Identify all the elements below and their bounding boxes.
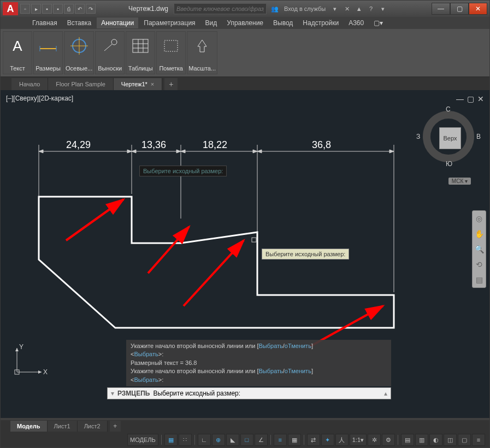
tab-close-icon[interactable]: × [151,81,154,87]
search-input[interactable] [174,3,267,14]
scale-button[interactable]: 1:1 ▾ [350,434,367,446]
svg-marker-14 [198,40,206,52]
a360-icon[interactable]: ▲ [354,4,364,14]
help-icon[interactable]: ? [366,4,376,14]
annomonitor-icon[interactable]: ✦ [321,434,334,446]
annotation-arrow [148,227,189,273]
cmdhist-line: <Выбрать>: [131,376,387,384]
tab-parametric[interactable]: Параметризация [139,17,199,28]
dimension-1: 24,29 [66,139,91,150]
viewcube[interactable]: Верх С Ю В З [418,107,479,167]
add-layout-button[interactable]: + [110,421,121,432]
saveas-icon[interactable]: ▪ [53,4,63,14]
panel-centerlines[interactable]: Осевые... [64,31,94,74]
close-button[interactable]: ✕ [469,3,487,15]
table-icon [129,35,151,57]
app-logo-icon[interactable]: A [3,2,18,15]
ortho-icon[interactable]: ∟ [198,434,211,446]
cmdline-expand-icon[interactable]: ▴ [384,390,387,397]
document-title: Чертеж1.dwg [128,5,168,13]
redo-icon[interactable]: ↷ [86,4,96,14]
annotation-arrow [184,240,244,306]
minimize-button[interactable]: — [432,3,450,15]
command-tooltip: Выберите исходный размер: [262,249,349,260]
tab-insert[interactable]: Вставка [63,17,96,28]
cmdhist-line: Укажите начало второй выносной линии или… [131,342,387,350]
cleanscreen-icon[interactable]: ▢ [458,434,471,446]
save-icon[interactable]: ▪ [42,4,52,14]
drawing-polyline[interactable] [39,197,394,328]
panel-dimensions[interactable]: Размеры [33,31,63,74]
drawing-viewport[interactable]: [–][Сверху][2D-каркас] — ▢ ✕ 24,29 13,36… [1,90,489,418]
showmotion-icon[interactable]: ▤ [474,274,485,285]
exchange-icon[interactable]: ✕ [342,4,352,14]
panel-annoscale[interactable]: Масшта... [187,31,217,74]
tab-annotate[interactable]: Аннотации [97,17,138,28]
polar-icon[interactable]: ⊕ [212,434,225,446]
signin-button[interactable]: Вход в службы [282,5,328,12]
command-line[interactable]: ▾ РЗМЦЕПЬ Выберите исходный размер: ▴ [107,387,391,399]
new-icon[interactable]: ▫ [20,4,30,14]
transparency-icon[interactable]: ▦ [288,434,301,446]
model-space-button[interactable]: МОДЕЛЬ [127,434,158,446]
pan-icon[interactable]: ✋ [474,228,485,239]
navigation-bar: ◎ ✋ 🔍 ⟲ ▤ [472,210,486,288]
tab-a360[interactable]: A360 [344,17,368,28]
otrack-icon[interactable]: ∠ [255,434,268,446]
tab-home[interactable]: Главная [28,17,62,28]
open-icon[interactable]: ▸ [31,4,41,14]
cmdline-dropdown-icon[interactable]: ▾ [111,390,114,397]
tab-addins[interactable]: Надстройки [298,17,343,28]
panel-tables[interactable]: Таблицы [126,31,155,74]
compass-w[interactable]: З [416,133,420,140]
compass-s[interactable]: Ю [446,160,452,168]
units-icon[interactable]: ▤ [401,434,414,446]
tab-manage[interactable]: Управление [222,17,268,28]
iso-icon[interactable]: ◣ [226,434,239,446]
svg-text:Y: Y [19,343,23,351]
tab-output[interactable]: Вывод [269,17,297,28]
layout-tabs: Модель Лист1 Лист2 + [1,420,489,432]
wcs-button[interactable]: МСК ▾ [448,178,471,185]
fullnav-icon[interactable]: ◎ [474,213,485,224]
new-tab-button[interactable]: + [164,78,178,90]
annoscale-icon[interactable]: 人 [335,434,349,446]
annovisibility-icon[interactable]: ✲ [368,434,381,446]
compass-n[interactable]: С [446,105,451,113]
infocenter-icon[interactable]: 👥 [270,4,280,14]
undo-icon[interactable]: ↶ [75,4,85,14]
ribbon-tabs: Главная Вставка Аннотации Параметризация… [1,17,489,29]
title-right-group: 👥 Вход в службы ▾ ✕ ▲ ? ▾ [270,4,388,14]
file-tab-floorplan[interactable]: Floor Plan Sample [48,78,114,90]
print-icon[interactable]: ⎙ [64,4,74,14]
file-tab-current[interactable]: Чертеж1*× [114,78,162,90]
isolate-icon[interactable]: ◫ [444,434,457,446]
ucs-icon[interactable]: X Y [11,341,50,380]
osnap-icon[interactable]: □ [240,434,253,446]
maximize-button[interactable]: ▢ [450,3,469,15]
layout-tab-model[interactable]: Модель [10,421,48,432]
tab-view[interactable]: Вид [201,17,222,28]
file-tab-start[interactable]: Начало [11,78,48,90]
hardware-icon[interactable]: ◐ [429,434,442,446]
customize-icon[interactable]: ≡ [472,434,485,446]
orbit-icon[interactable]: ⟲ [474,259,485,270]
cycling-icon[interactable]: ⇄ [307,434,320,446]
grid-icon[interactable]: ▦ [164,434,178,446]
panel-leaders[interactable]: Выноски [95,31,125,74]
quickprops-icon[interactable]: ▥ [415,434,428,446]
zoom-icon[interactable]: 🔍 [474,244,485,255]
text-icon: A [7,35,28,57]
panel-text[interactable]: A Текст [3,31,32,74]
lineweight-icon[interactable]: ≡ [274,434,287,446]
workspace-icon[interactable]: ⚙ [382,434,395,446]
viewcube-top-face[interactable]: Верх [439,127,461,149]
panel-markup[interactable]: Пометка [156,31,186,74]
snap-icon[interactable]: ∷ [179,434,192,446]
dropdown-icon[interactable]: ▾ [330,4,340,14]
help-dropdown-icon[interactable]: ▾ [378,4,388,14]
compass-e[interactable]: В [476,133,481,140]
tab-featured[interactable]: ▢▾ [369,17,387,28]
layout-tab-sheet2[interactable]: Лист2 [78,421,108,432]
layout-tab-sheet1[interactable]: Лист1 [48,421,78,432]
